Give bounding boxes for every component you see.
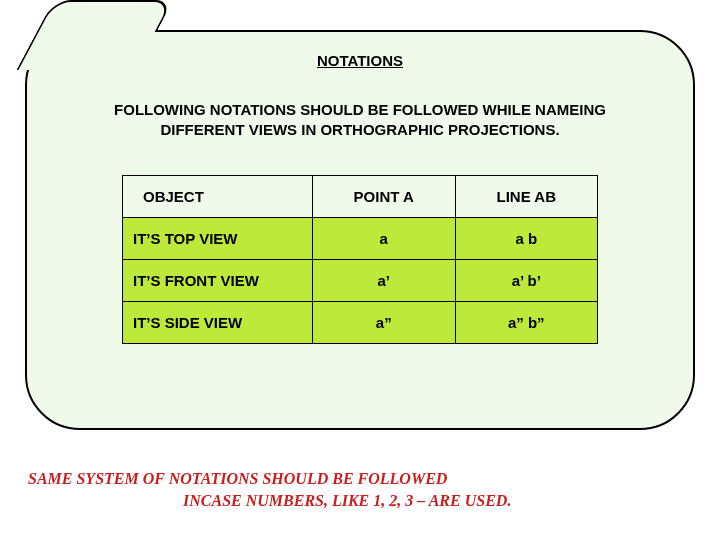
subtitle-line-2: DIFFERENT VIEWS IN ORTHOGRAPHIC PROJECTI… (160, 121, 559, 138)
footer-line-1: SAME SYSTEM OF NOTATIONS SHOULD BE FOLLO… (28, 470, 447, 487)
table-row: IT’S SIDE VIEW a” a” b” (123, 302, 598, 344)
row-point: a’ (313, 260, 456, 302)
table-header-row: OBJECT POINT A LINE AB (123, 176, 598, 218)
row-label: IT’S TOP VIEW (123, 218, 313, 260)
table-row: IT’S TOP VIEW a a b (123, 218, 598, 260)
footer-line-2: INCASE NUMBERS, LIKE 1, 2, 3 – ARE USED. (28, 490, 708, 512)
row-label: IT’S SIDE VIEW (123, 302, 313, 344)
page-title: NOTATIONS (0, 52, 720, 69)
table-row: IT’S FRONT VIEW a’ a’ b’ (123, 260, 598, 302)
footer-note: SAME SYSTEM OF NOTATIONS SHOULD BE FOLLO… (28, 468, 708, 511)
row-point: a (313, 218, 456, 260)
header-object: OBJECT (123, 176, 313, 218)
row-point: a” (313, 302, 456, 344)
header-point: POINT A (313, 176, 456, 218)
row-line: a’ b’ (455, 260, 598, 302)
subtitle: FOLLOWING NOTATIONS SHOULD BE FOLLOWED W… (0, 100, 720, 141)
notations-table: OBJECT POINT A LINE AB IT’S TOP VIEW a a… (122, 175, 598, 344)
header-line: LINE AB (455, 176, 598, 218)
subtitle-line-1: FOLLOWING NOTATIONS SHOULD BE FOLLOWED W… (114, 101, 606, 118)
row-line: a b (455, 218, 598, 260)
row-line: a” b” (455, 302, 598, 344)
row-label: IT’S FRONT VIEW (123, 260, 313, 302)
